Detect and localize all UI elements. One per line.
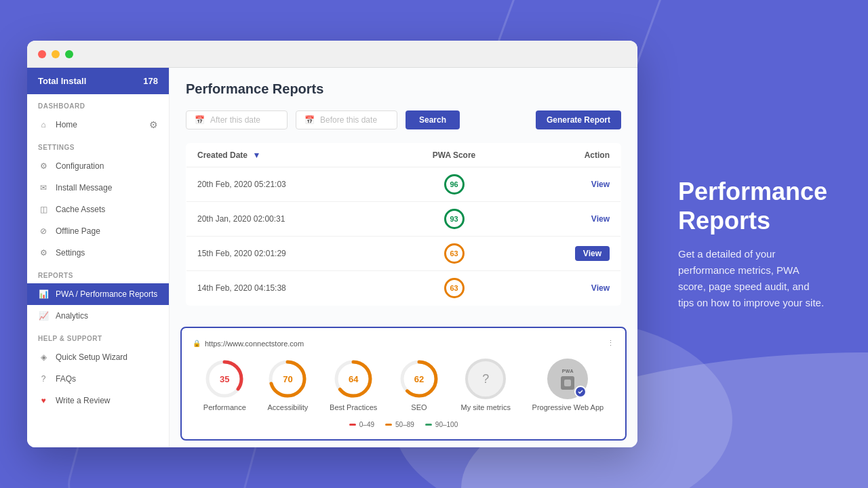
search-button[interactable]: Search — [406, 110, 460, 129]
metric-seo: 62 SEO — [399, 359, 439, 411]
browser-window: Total Install 178 DASHBOARD ⌂ Home ⚙ SET… — [27, 41, 637, 447]
sidebar-item-settings[interactable]: ⚙ Settings — [27, 242, 169, 264]
before-date-input[interactable]: 📅 Before this date — [296, 110, 397, 129]
score-badge: 96 — [444, 174, 465, 195]
metric-label-my-site: My site metrics — [461, 403, 511, 411]
donut-seo: 62 — [399, 359, 439, 399]
sidebar-label-home: Home — [56, 120, 77, 129]
donut-value-performance: 35 — [220, 374, 229, 384]
sidebar-item-quick-setup[interactable]: ◈ Quick Setup Wizard — [27, 346, 169, 368]
legend-green: 90–100 — [425, 421, 458, 428]
calendar-icon-2: 📅 — [304, 115, 315, 125]
sidebar-label-analytics: Analytics — [56, 311, 88, 321]
maximize-dot[interactable] — [65, 50, 73, 58]
sidebar-label-write-review: Write a Review — [56, 396, 110, 405]
table-row: 14th Feb, 2020 04:15:38 63 View — [186, 271, 621, 306]
popup-panel: 🔒 https://www.connectstore.com ⋮ 35 Perf… — [180, 327, 627, 441]
cell-date: 14th Feb, 2020 04:15:38 — [186, 271, 394, 306]
donut-best-practices: 64 — [333, 359, 374, 399]
popup-menu-icon[interactable]: ⋮ — [607, 339, 614, 348]
sidebar-label-faqs: FAQs — [56, 374, 76, 384]
section-reports: REPORTS — [27, 264, 169, 283]
sidebar-label-configuration: Configuration — [56, 161, 104, 171]
sidebar-item-configuration[interactable]: ⚙ Configuration — [27, 155, 169, 177]
message-icon: ✉ — [38, 182, 49, 193]
score-badge: 63 — [444, 243, 465, 264]
table-row: 20th Feb, 2020 05:21:03 96 View — [186, 167, 621, 202]
cell-score: 63 — [393, 271, 515, 306]
table-row: 15th Feb, 2020 02:01:29 63 View — [186, 237, 621, 271]
sidebar-label-install-message: Install Message — [56, 183, 112, 192]
cell-score: 63 — [393, 237, 515, 271]
sidebar-item-home[interactable]: ⌂ Home ⚙ — [27, 114, 169, 136]
sidebar: Total Install 178 DASHBOARD ⌂ Home ⚙ SET… — [27, 68, 170, 447]
generate-report-button[interactable]: Generate Report — [536, 110, 621, 129]
browser-chrome — [27, 41, 637, 68]
sidebar-label-offline-page: Offline Page — [56, 226, 100, 236]
score-badge: 93 — [444, 209, 465, 229]
legend-dot-green — [425, 424, 432, 426]
col-action: Action — [515, 144, 621, 167]
view-link[interactable]: View — [591, 180, 610, 189]
metric-pwa: PWA Progressive Web App — [532, 359, 604, 411]
sidebar-header: Total Install 178 — [27, 68, 169, 94]
right-panel: Performance Reports Get a detailed of yo… — [665, 163, 841, 325]
question-icon: ? — [38, 373, 49, 384]
sidebar-item-install-message[interactable]: ✉ Install Message — [27, 177, 169, 199]
legend-label-red: 0–49 — [359, 421, 374, 428]
sidebar-count: 178 — [143, 76, 158, 86]
cell-action: View — [515, 167, 621, 202]
donut-accessibility: 70 — [267, 359, 308, 399]
right-panel-title: Performance Reports — [678, 177, 827, 235]
legend-orange: 50–89 — [385, 421, 414, 428]
after-date-input[interactable]: 📅 After this date — [186, 110, 288, 129]
sidebar-item-faqs[interactable]: ? FAQs — [27, 368, 169, 390]
cell-action: View — [515, 237, 621, 271]
col-pwa-score: PWA Score — [393, 144, 515, 167]
heart-icon: ♥ — [38, 395, 49, 406]
analytics-icon: 📈 — [38, 310, 49, 321]
home-icon: ⌂ — [38, 119, 49, 130]
metric-label-performance: Performance — [203, 403, 246, 411]
section-settings: SETTINGS — [27, 136, 169, 155]
close-dot[interactable] — [38, 50, 46, 58]
sort-icon: ▼ — [252, 150, 260, 160]
sidebar-item-pwa-reports[interactable]: 📊 PWA / Performance Reports — [27, 283, 169, 305]
donut-value-best-practices: 64 — [349, 374, 358, 384]
filter-bar: 📅 After this date 📅 Before this date Sea… — [186, 110, 621, 129]
section-help: HELP & SUPPORT — [27, 327, 169, 346]
after-date-placeholder: After this date — [210, 115, 260, 125]
metric-circle-unknown: ? — [465, 359, 506, 399]
metric-my-site: ? My site metrics — [461, 359, 511, 411]
sidebar-label-quick-setup: Quick Setup Wizard — [56, 352, 127, 362]
view-link[interactable]: View — [591, 283, 610, 293]
metric-performance: 35 Performance — [203, 359, 246, 411]
before-date-placeholder: Before this date — [320, 115, 377, 125]
view-button[interactable]: View — [575, 246, 610, 261]
metric-best-practices: 64 Best Practices — [330, 359, 377, 411]
minimize-dot[interactable] — [52, 50, 60, 58]
cell-action: View — [515, 202, 621, 237]
view-link[interactable]: View — [591, 214, 610, 224]
donut-value-seo: 62 — [414, 374, 424, 384]
wifi-off-icon: ⊘ — [38, 226, 49, 237]
settings-icon: ⚙ — [38, 247, 49, 258]
legend-red: 0–49 — [349, 421, 374, 428]
legend-label-green: 90–100 — [435, 421, 458, 428]
cell-score: 93 — [393, 202, 515, 237]
settings-cog-icon: ⚙ — [149, 119, 158, 130]
sidebar-item-analytics[interactable]: 📈 Analytics — [27, 305, 169, 327]
metric-label-pwa: Progressive Web App — [532, 403, 604, 411]
sidebar-item-cache-assets[interactable]: ◫ Cache Assets — [27, 199, 169, 220]
metric-label-accessibility: Accessibility — [267, 403, 308, 411]
legend-dot-orange — [385, 424, 392, 426]
pwa-circle-wrapper: PWA — [547, 359, 588, 399]
sidebar-item-write-review[interactable]: ♥ Write a Review — [27, 390, 169, 411]
report-table: Created Date ▼ PWA Score Action 20th Feb… — [186, 143, 621, 306]
table-row: 20th Jan, 2020 02:00:31 93 View — [186, 202, 621, 237]
wizard-icon: ◈ — [38, 352, 49, 363]
donut-value-accessibility: 70 — [283, 374, 292, 384]
sidebar-item-offline-page[interactable]: ⊘ Offline Page — [27, 220, 169, 242]
col-created-date[interactable]: Created Date ▼ — [186, 144, 394, 167]
chart-icon: 📊 — [38, 289, 49, 300]
